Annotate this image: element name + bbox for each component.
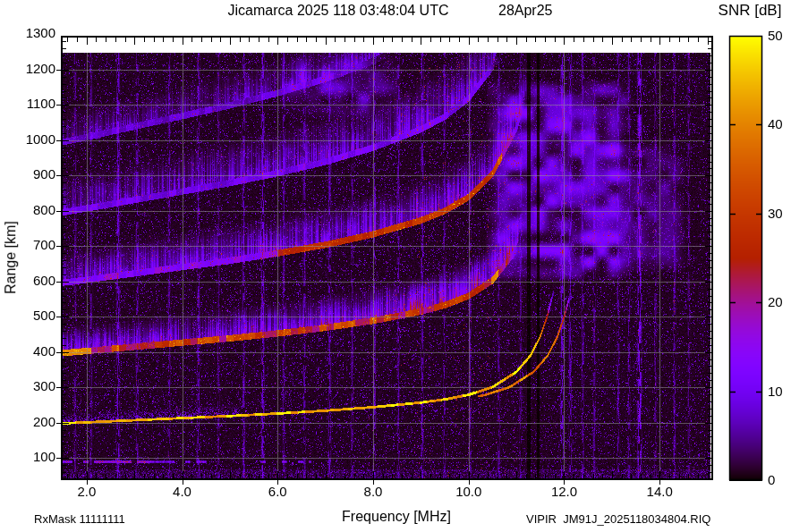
y-tick-label: 600: [2, 274, 55, 289]
x-tick-label: 8.0: [352, 485, 395, 500]
y-tick-label: 100: [2, 450, 55, 465]
y-tick-label: 1200: [2, 62, 55, 77]
x-axis-label: Frequency [MHz]: [342, 509, 451, 525]
colorbar-tick-label: 30: [768, 207, 783, 222]
colorbar-title: SNR [dB]: [719, 3, 782, 20]
ionogram-canvas: [0, 0, 791, 532]
data-file-label: VIPIR JM91J_2025118034804.RIQ: [526, 513, 710, 526]
y-tick-label: 800: [2, 203, 55, 218]
colorbar-tick-label: 40: [768, 117, 783, 132]
y-tick-label: 1000: [2, 132, 55, 148]
y-tick-label: 500: [2, 308, 55, 324]
colorbar-tick-label: 10: [768, 384, 783, 400]
y-tick-label: 400: [2, 344, 55, 359]
x-tick-label: 14.0: [638, 485, 681, 500]
y-tick-label: 1300: [2, 26, 55, 41]
colorbar-tick-label: 0: [768, 473, 775, 488]
x-tick-label: 2.0: [65, 485, 108, 500]
x-tick-label: 10.0: [447, 485, 490, 500]
x-tick-label: 6.0: [256, 485, 299, 500]
x-tick-label: 4.0: [161, 485, 204, 500]
y-tick-label: 900: [2, 167, 55, 182]
chart-date: 28Apr25: [498, 3, 553, 19]
y-tick-label: 1100: [2, 97, 55, 112]
ionogram-chart: Jicamarca 2025 118 03:48:04 UTC 28Apr25 …: [0, 0, 791, 532]
y-tick-label: 300: [2, 379, 55, 394]
rx-mask-label: RxMask 11111111: [34, 513, 125, 526]
y-tick-label: 700: [2, 238, 55, 253]
colorbar-tick-label: 50: [768, 29, 783, 44]
x-tick-label: 12.0: [542, 485, 585, 500]
colorbar-tick-label: 20: [768, 295, 783, 310]
chart-title: Jicamarca 2025 118 03:48:04 UTC: [228, 3, 449, 19]
y-tick-label: 200: [2, 415, 55, 430]
